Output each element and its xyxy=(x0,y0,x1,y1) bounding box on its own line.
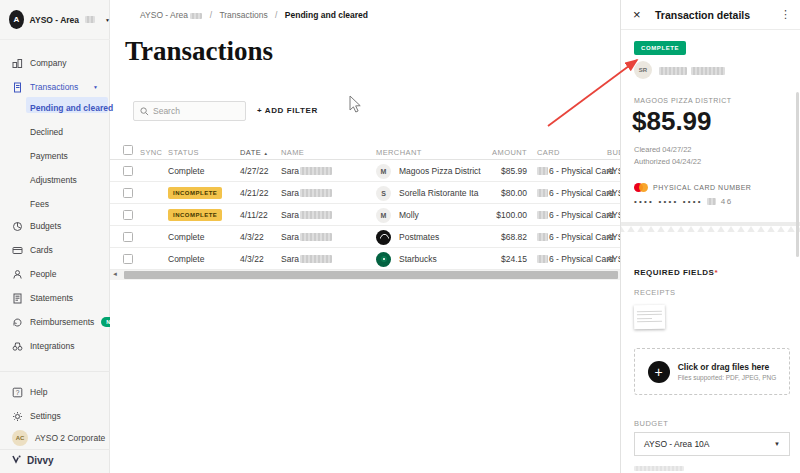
sidebar-divider xyxy=(0,371,110,372)
select-all-checkbox[interactable] xyxy=(123,145,133,155)
budget-cell: AYSO xyxy=(607,248,620,270)
add-filter-button[interactable]: + ADD FILTER xyxy=(257,106,318,115)
sidebar-item-label: Fees xyxy=(30,199,49,209)
table-row[interactable]: Complete 4/27/22 Sara MMagoos Pizza Dist… xyxy=(110,160,620,182)
table-row[interactable]: INCOMPLETE 4/21/22 Sara SSorella Ristora… xyxy=(110,182,620,204)
sidebar-item-label: Reimbursements xyxy=(30,317,94,327)
sidebar-item-label: Integrations xyxy=(30,341,74,351)
authorized-date: Authorized 04/24/22 xyxy=(634,157,701,166)
org-switcher[interactable]: A AYSO - Area ▼ xyxy=(0,0,110,40)
postmates-logo-icon xyxy=(376,230,391,245)
column-header-budget[interactable]: BUDGET xyxy=(607,148,620,157)
cutoff-label-redacted xyxy=(634,466,684,471)
amount-cell: $24.15 xyxy=(455,248,527,270)
breadcrumb-org[interactable]: AYSO - Area xyxy=(140,10,188,20)
sidebar-item-label: Cards xyxy=(30,245,53,255)
column-header-name[interactable]: NAME xyxy=(281,148,304,157)
plus-icon: + xyxy=(648,361,670,383)
mastercard-icon xyxy=(634,183,650,192)
org2-avatar: AC xyxy=(12,430,28,446)
close-icon[interactable]: × xyxy=(633,8,641,21)
org-redacted-text xyxy=(85,16,95,23)
column-header-date[interactable]: DATE ▲ xyxy=(240,148,268,157)
column-header-merchant[interactable]: MERCHANT xyxy=(376,148,422,157)
panel-title: Transaction details xyxy=(655,9,750,21)
search-icon xyxy=(140,107,149,116)
app-root: A AYSO - Area ▼ Company Transactions ▼ P… xyxy=(0,0,800,473)
divvy-logo[interactable]: Divvy xyxy=(12,455,54,466)
search-input[interactable] xyxy=(153,106,233,116)
merchant-cell: MMolly xyxy=(376,204,419,226)
org-avatar: A xyxy=(9,10,24,29)
sidebar-item-help[interactable]: ? Help xyxy=(0,384,110,400)
amount-cell: $100.00 xyxy=(455,204,527,226)
row-checkbox[interactable] xyxy=(123,166,133,176)
dropzone-title: Click or drag files here xyxy=(678,362,777,372)
search-box[interactable] xyxy=(133,101,246,121)
sidebar-item-settings[interactable]: Settings xyxy=(0,408,110,424)
panel-scrollbar-thumb[interactable] xyxy=(796,92,799,257)
scroll-left-icon[interactable]: ◄ xyxy=(112,271,118,277)
sidebar-item-declined[interactable]: Declined xyxy=(0,124,110,140)
breadcrumb-transactions[interactable]: Transactions xyxy=(219,10,267,20)
kebab-menu-icon[interactable]: ⋮ xyxy=(780,8,791,21)
sidebar-item-cards[interactable]: Cards xyxy=(0,242,110,258)
column-header-status[interactable]: STATUS xyxy=(168,148,199,157)
status-badge: INCOMPLETE xyxy=(168,209,222,221)
row-checkbox[interactable] xyxy=(123,210,133,220)
sidebar-item-label: Help xyxy=(30,387,47,397)
transaction-details-panel: × Transaction details ⋮ COMPLETE SR MAGO… xyxy=(620,0,800,473)
status-text: Complete xyxy=(168,248,204,270)
panel-header: × Transaction details ⋮ xyxy=(621,0,800,30)
sidebar-item-people[interactable]: People xyxy=(0,266,110,282)
budget-cell: AYSO xyxy=(607,204,620,226)
breadcrumb-current: Pending and cleared xyxy=(285,10,368,20)
people-icon xyxy=(12,269,23,280)
gear-icon xyxy=(12,411,23,422)
name-cell: Sara xyxy=(281,226,332,248)
budgets-icon xyxy=(12,221,23,232)
row-checkbox[interactable] xyxy=(123,254,133,264)
horizontal-scrollbar[interactable]: ◄ xyxy=(110,270,620,280)
sidebar-item-label: AYSO 2 Corporate xyxy=(35,433,105,443)
table-row[interactable]: INCOMPLETE 4/11/22 Sara MMolly $100.00 6… xyxy=(110,204,620,226)
sidebar-item-fees[interactable]: Fees xyxy=(0,196,110,212)
sidebar-item-label: Transactions xyxy=(30,82,78,92)
sidebar-item-integrations[interactable]: Integrations xyxy=(0,338,110,354)
sidebar-item-adjustments[interactable]: Adjustments xyxy=(0,172,110,188)
sidebar-item-statements[interactable]: Statements xyxy=(0,290,110,306)
table-header: SYNC STATUS DATE ▲ NAME MERCHANT AMOUNT … xyxy=(110,143,620,160)
column-header-card[interactable]: CARD xyxy=(537,148,560,157)
sidebar-item-transactions[interactable]: Transactions ▼ xyxy=(0,79,110,95)
svg-text:?: ? xyxy=(16,388,20,395)
row-checkbox[interactable] xyxy=(123,188,133,198)
sidebar-item-reimbursements[interactable]: Reimbursements NEW xyxy=(0,314,110,330)
table-row[interactable]: Complete 4/3/22 Sara Postmates $68.82 6 … xyxy=(110,226,620,248)
sort-asc-icon: ▲ xyxy=(264,151,269,156)
row-checkbox[interactable] xyxy=(123,232,133,242)
sidebar-item-company[interactable]: Company xyxy=(0,55,110,71)
status-text: Complete xyxy=(168,160,204,182)
name-cell: Sara xyxy=(281,248,332,270)
sidebar-item-label: Pending and cleared xyxy=(30,103,113,113)
divvy-logo-text: Divvy xyxy=(27,455,54,466)
org-switcher-label: AYSO - Area xyxy=(30,15,79,25)
sidebar-item-payments[interactable]: Payments xyxy=(0,148,110,164)
column-header-amount[interactable]: AMOUNT xyxy=(455,148,527,157)
sidebar-item-budgets[interactable]: Budgets xyxy=(0,218,110,234)
column-header-sync[interactable]: SYNC xyxy=(140,148,162,157)
date-cell: 4/3/22 xyxy=(240,248,264,270)
budget-select-value: AYSO - Area 10A xyxy=(644,439,710,449)
card-cell: 6 - Physical Card xyxy=(537,204,614,226)
sidebar-item-org2[interactable]: AC AYSO 2 Corporate xyxy=(0,430,110,446)
starbucks-logo-icon xyxy=(376,252,391,267)
receipt-thumbnail[interactable] xyxy=(634,305,665,330)
sidebar-item-pending-and-cleared[interactable]: Pending and cleared xyxy=(0,100,110,116)
table-row[interactable]: Complete 4/3/22 Sara Starbucks $24.15 6 … xyxy=(110,248,620,270)
user-name-redacted xyxy=(659,67,687,75)
date-cell: 4/11/22 xyxy=(240,204,268,226)
file-dropzone[interactable]: + Click or drag files here Files support… xyxy=(634,348,790,395)
budget-select[interactable]: AYSO - Area 10A ▼ xyxy=(634,432,790,456)
breadcrumb-redacted xyxy=(190,13,202,19)
scrollbar-thumb[interactable] xyxy=(124,271,618,279)
